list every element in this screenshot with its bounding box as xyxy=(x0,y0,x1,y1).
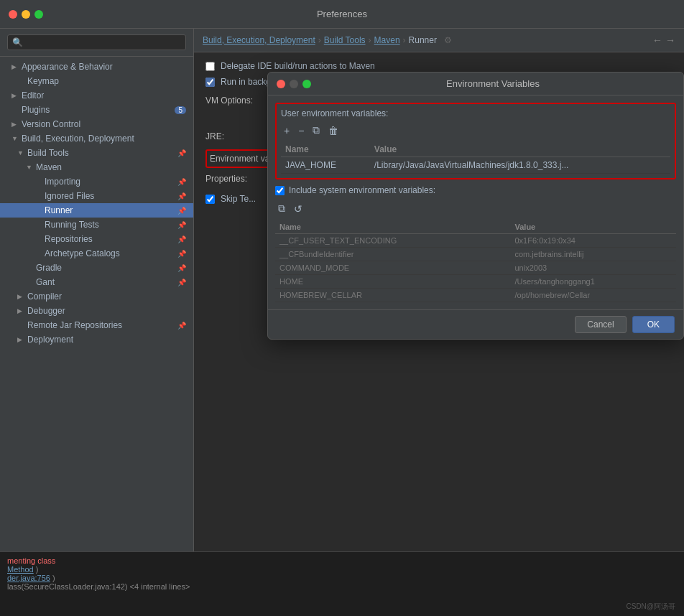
include-sys-label: Include system environment variables: xyxy=(289,185,435,195)
bottom-code-strip: menting class Method ) der.java:756 ) la… xyxy=(0,551,684,616)
code-line-1: menting class xyxy=(7,556,677,565)
delete-env-button[interactable]: 🗑 xyxy=(325,123,341,138)
dialog-minimize-button[interactable] xyxy=(290,80,298,88)
sidebar-item-label: Debugger xyxy=(27,306,65,316)
pin-icon: 📌 xyxy=(177,250,186,258)
expand-arrow: ▼ xyxy=(17,149,24,157)
table-row[interactable]: JAVA_HOME /Library/Java/JavaVirtualMachi… xyxy=(281,157,670,174)
sys-env-toolbar: ⧉ ↺ xyxy=(275,201,676,216)
sidebar-item-remote-jar[interactable]: Remote Jar Repositories 📌 xyxy=(0,318,193,332)
pin-icon: 📌 xyxy=(177,149,186,157)
add-env-button[interactable]: + xyxy=(281,123,292,138)
pin-icon: 📌 xyxy=(177,279,186,286)
breadcrumb-part-3[interactable]: Maven xyxy=(374,35,400,45)
expand-arrow: ▶ xyxy=(17,307,24,314)
breadcrumb-part-2[interactable]: Build Tools xyxy=(324,35,366,45)
sidebar-tree: ▶ Appearance & Behavior Keymap ▶ Editor … xyxy=(0,57,193,588)
sidebar-item-deployment[interactable]: ▶ Deployment xyxy=(0,332,193,347)
pin-icon: 📌 xyxy=(177,264,186,272)
maximize-button[interactable] xyxy=(34,10,43,19)
ok-button[interactable]: OK xyxy=(632,316,675,333)
sys-env-value: com.jetbrains.intellij xyxy=(511,248,677,261)
pin-icon: 📌 xyxy=(177,192,186,200)
sidebar-item-importing[interactable]: Importing 📌 xyxy=(0,174,193,189)
sidebar-item-label: Appearance & Behavior xyxy=(22,62,113,72)
sidebar-item-label: Build Tools xyxy=(27,148,69,158)
sidebar-item-label: Version Control xyxy=(22,119,80,129)
sidebar-item-label: Ignored Files xyxy=(45,191,94,201)
sidebar-item-archetype-catalogs[interactable]: Archetype Catalogs 📌 xyxy=(0,246,193,261)
window-controls[interactable] xyxy=(9,10,43,19)
sidebar-item-label: Importing xyxy=(45,177,80,187)
table-row: __CF_USER_TEXT_ENCODING 0x1F6:0x19:0x34 xyxy=(275,234,676,248)
include-sys-row: Include system environment variables: xyxy=(275,185,676,195)
breadcrumb-part-4: Runner xyxy=(409,35,437,45)
sidebar-item-editor[interactable]: ▶ Editor xyxy=(0,88,193,103)
sidebar-item-appearance[interactable]: ▶ Appearance & Behavior xyxy=(0,60,193,74)
search-input[interactable] xyxy=(7,34,186,50)
sidebar-item-runner[interactable]: Runner 📌 xyxy=(0,203,193,218)
sidebar-item-repositories[interactable]: Repositories 📌 xyxy=(0,232,193,246)
env-value-cell: /Library/Java/JavaVirtualMachines/jdk1.8… xyxy=(370,157,670,174)
sys-env-value: /opt/homebrew/Cellar xyxy=(511,289,677,302)
copy-env-button[interactable]: ⧉ xyxy=(310,123,323,138)
sidebar-item-label: Repositories xyxy=(45,234,93,244)
sidebar-item-label: Runner xyxy=(45,205,73,215)
sys-copy-button[interactable]: ⧉ xyxy=(275,201,288,216)
sys-refresh-button[interactable]: ↺ xyxy=(291,201,305,216)
breadcrumb-part-1: Build, Execution, Deployment xyxy=(203,35,315,45)
expand-arrow: ▼ xyxy=(26,164,33,171)
sys-env-name: HOME xyxy=(275,275,511,289)
sys-env-value: /Users/tanghonggang1 xyxy=(511,275,677,289)
sidebar: ▶ Appearance & Behavior Keymap ▶ Editor … xyxy=(0,29,194,616)
sidebar-item-maven[interactable]: ▼ Maven xyxy=(0,160,193,174)
nav-forward-button[interactable]: → xyxy=(665,34,675,46)
plugins-badge: 5 xyxy=(175,106,186,114)
delegate-checkbox[interactable] xyxy=(205,62,215,71)
dialog-close-button[interactable] xyxy=(277,80,285,88)
sidebar-item-ignored-files[interactable]: Ignored Files 📌 xyxy=(0,189,193,203)
sys-env-value: 0x1F6:0x19:0x34 xyxy=(511,234,677,248)
code-text: menting class xyxy=(7,556,55,565)
include-sys-checkbox[interactable] xyxy=(275,186,285,195)
cancel-button[interactable]: Cancel xyxy=(575,316,626,333)
dialog-window-controls[interactable] xyxy=(277,80,311,88)
dialog-maximize-button[interactable] xyxy=(302,80,311,88)
sidebar-item-label: Gradle xyxy=(36,263,62,273)
expand-arrow: ▶ xyxy=(11,92,19,99)
sidebar-item-plugins[interactable]: Plugins 5 xyxy=(0,103,193,117)
sidebar-item-gradle[interactable]: Gradle 📌 xyxy=(0,261,193,275)
code-line-4: lass(SecureClassLoader.java:142) <4 inte… xyxy=(7,582,677,591)
sidebar-item-running-tests[interactable]: Running Tests 📌 xyxy=(0,218,193,232)
nav-back-button[interactable]: ← xyxy=(652,34,662,46)
pin-icon: 📌 xyxy=(177,221,186,229)
user-env-label: User environment variables: xyxy=(281,108,670,118)
remove-env-button[interactable]: − xyxy=(295,123,307,138)
code-line-2: Method ) xyxy=(7,565,677,574)
skip-tests-label: Skip Te... xyxy=(221,194,256,204)
classloader-link[interactable]: der.java:756 xyxy=(7,574,50,582)
table-row: COMMAND_MODE unix2003 xyxy=(275,261,676,275)
pin-icon: 📌 xyxy=(177,235,186,243)
sidebar-item-label: Maven xyxy=(36,162,62,172)
properties-label: Properties: xyxy=(205,174,247,184)
minimize-button[interactable] xyxy=(22,10,30,19)
watermark: CSDN@阿汤哥 xyxy=(627,602,676,612)
sidebar-item-version-control[interactable]: ▶ Version Control xyxy=(0,117,193,131)
skip-tests-checkbox[interactable] xyxy=(205,195,215,204)
search-container xyxy=(0,29,193,57)
close-button[interactable] xyxy=(9,10,17,19)
sidebar-item-build-exec[interactable]: ▼ Build, Execution, Deployment xyxy=(0,131,193,146)
breadcrumb-sep: › xyxy=(369,35,371,45)
sidebar-item-debugger[interactable]: ▶ Debugger xyxy=(0,304,193,318)
expand-arrow: ▶ xyxy=(17,293,24,300)
sidebar-item-build-tools[interactable]: ▼ Build Tools 📌 xyxy=(0,146,193,160)
breadcrumb: Build, Execution, Deployment › Build Too… xyxy=(194,29,684,52)
sidebar-item-compiler[interactable]: ▶ Compiler xyxy=(0,289,193,304)
method-link[interactable]: Method xyxy=(7,565,34,574)
breadcrumb-sep: › xyxy=(403,35,406,45)
sidebar-item-keymap[interactable]: Keymap xyxy=(0,74,193,88)
sidebar-item-gant[interactable]: Gant 📌 xyxy=(0,275,193,289)
sys-env-value: unix2003 xyxy=(511,261,677,275)
run-background-checkbox[interactable] xyxy=(205,78,215,87)
